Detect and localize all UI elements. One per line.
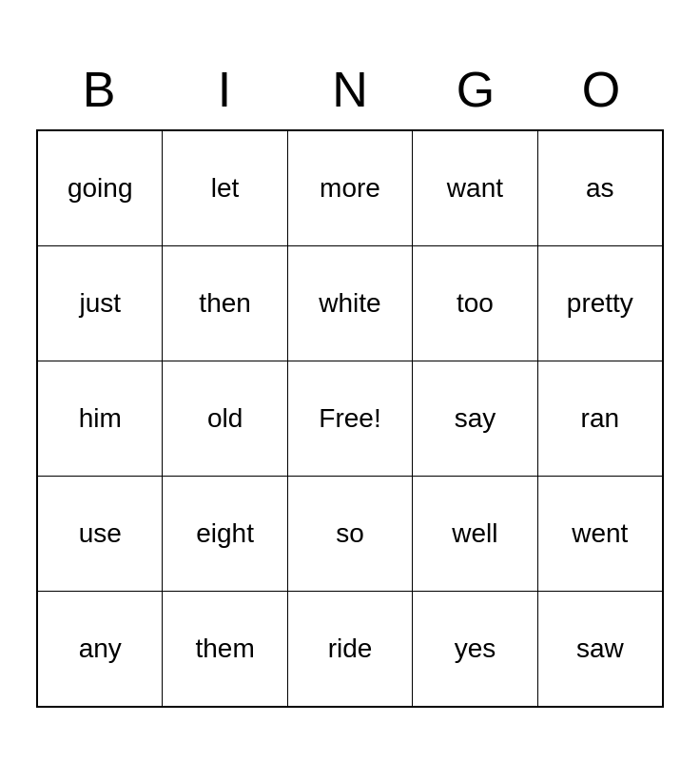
bingo-cell: old	[163, 361, 287, 476]
bingo-cell: going	[38, 131, 163, 245]
header-letter: G	[413, 53, 538, 126]
bingo-cell: just	[38, 246, 163, 361]
bingo-row: himoldFree!sayran	[38, 361, 662, 477]
bingo-cell: so	[288, 477, 413, 591]
bingo-cell: as	[538, 131, 662, 245]
bingo-cell: say	[413, 361, 537, 476]
bingo-cell: ran	[538, 361, 662, 476]
bingo-card: BINGO goingletmorewantasjustthenwhitetoo…	[17, 34, 683, 727]
bingo-cell: Free!	[288, 361, 413, 476]
bingo-row: justthenwhitetoopretty	[38, 246, 662, 361]
bingo-cell: went	[538, 477, 662, 591]
bingo-row: anythemrideyessaw	[38, 592, 662, 706]
bingo-cell: use	[38, 477, 163, 591]
bingo-cell: well	[413, 477, 537, 591]
header-letter: N	[287, 53, 413, 126]
bingo-grid: goingletmorewantasjustthenwhitetoopretty…	[36, 129, 664, 708]
bingo-cell: let	[163, 131, 287, 245]
bingo-cell: any	[38, 592, 163, 706]
bingo-cell: yes	[413, 592, 537, 706]
bingo-row: useeightsowellwent	[38, 477, 662, 592]
header-letter: O	[538, 53, 664, 126]
bingo-header: BINGO	[36, 53, 664, 126]
header-letter: B	[36, 53, 162, 126]
bingo-cell: ride	[288, 592, 413, 706]
bingo-cell: white	[288, 246, 413, 361]
bingo-cell: him	[38, 361, 163, 476]
header-letter: I	[162, 53, 287, 126]
bingo-cell: pretty	[538, 246, 662, 361]
bingo-cell: want	[413, 131, 537, 245]
bingo-cell: eight	[163, 477, 287, 591]
bingo-cell: more	[288, 131, 413, 245]
bingo-cell: too	[413, 246, 537, 361]
bingo-row: goingletmorewantas	[38, 131, 662, 246]
bingo-cell: then	[163, 246, 287, 361]
bingo-cell: them	[163, 592, 287, 706]
bingo-cell: saw	[538, 592, 662, 706]
